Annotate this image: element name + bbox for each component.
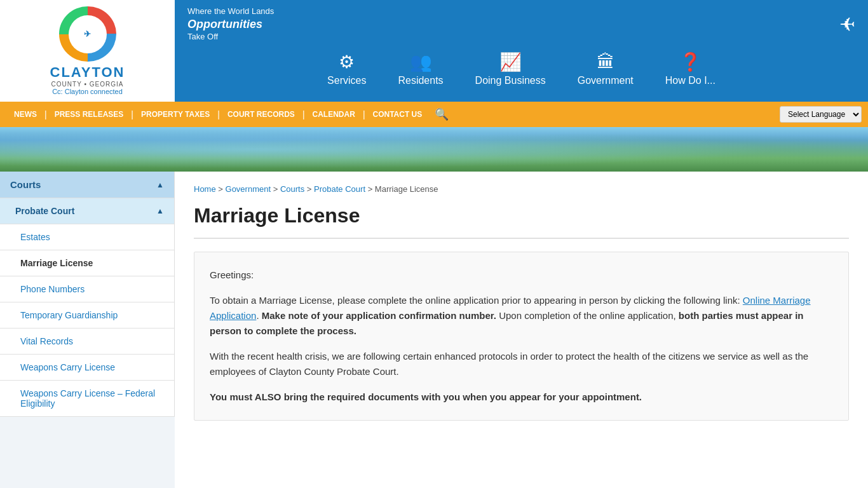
- para-2: With the recent health crisis, we are fo…: [210, 349, 833, 379]
- breadcrumb-probate[interactable]: Probate Court: [314, 184, 365, 194]
- top-nav-bar: Where the World Lands Opportunities Take…: [175, 0, 868, 43]
- services-label: Services: [327, 75, 366, 86]
- breadcrumb-courts[interactable]: Courts: [280, 184, 304, 194]
- para1-bold1: Make note of your application confirmati…: [262, 310, 496, 321]
- sidebar: Courts ▲ Probate Court ▲ Estates Marriag…: [0, 172, 175, 488]
- sidebar-estates-label: Estates: [20, 232, 50, 242]
- sidebar-item-probate-court[interactable]: Probate Court ▲: [0, 198, 174, 224]
- nav-area: Where the World Lands Opportunities Take…: [175, 0, 868, 102]
- residents-icon: 👥: [410, 51, 432, 72]
- para-3: You must ALSO bring the required documen…: [210, 390, 833, 405]
- breadcrumb-sep-3: >: [307, 184, 314, 194]
- tagline-line1: Where the World Lands: [187, 6, 274, 16]
- search-icon[interactable]: 🔍: [435, 107, 449, 121]
- how-do-i-icon: ❓: [679, 51, 702, 72]
- sidebar-item-marriage-license[interactable]: Marriage License: [0, 250, 174, 276]
- sec-nav-calendar[interactable]: CALENDAR: [305, 110, 363, 119]
- nav-services[interactable]: ⚙ Services: [327, 51, 366, 86]
- sidebar-weapons-label: Weapons Carry License: [20, 362, 115, 372]
- nav-residents[interactable]: 👥 Residents: [398, 51, 443, 86]
- breadcrumb-home[interactable]: Home: [194, 184, 216, 194]
- page-title: Marriage License: [194, 204, 849, 239]
- site-header: ✈ CLAYTON COUNTY • GEORGIA Cc: Clayton c…: [0, 0, 868, 102]
- header-tagline: Where the World Lands Opportunities Take…: [187, 6, 274, 43]
- courts-arrow: ▲: [156, 180, 164, 189]
- sidebar-marriage-label: Marriage License: [20, 258, 93, 268]
- breadcrumb: Home > Government > Courts > Probate Cou…: [194, 184, 849, 194]
- sidebar-item-vital-records[interactable]: Vital Records: [0, 329, 174, 355]
- state-name: COUNTY • GEORGIA: [50, 81, 125, 88]
- doing-business-icon: 📈: [499, 51, 522, 72]
- sidebar-item-courts[interactable]: Courts ▲: [0, 172, 174, 198]
- secondary-nav: NEWS | PRESS RELEASES | PROPERTY TAXES |…: [0, 102, 868, 127]
- sidebar-item-estates[interactable]: Estates: [0, 224, 174, 250]
- sidebar-probate-label: Probate Court: [15, 206, 74, 216]
- government-label: Government: [578, 75, 634, 86]
- para3-bold: You must ALSO bring the required documen…: [210, 391, 642, 402]
- breadcrumb-current: Marriage License: [375, 184, 438, 194]
- probate-arrow: ▲: [156, 207, 164, 215]
- para-1: To obtain a Marriage License, please com…: [210, 293, 833, 339]
- sidebar-item-weapons-federal[interactable]: Weapons Carry License – Federal Eligibil…: [0, 381, 174, 417]
- plane-icon: ✈: [839, 13, 855, 36]
- breadcrumb-sep-4: >: [368, 184, 375, 194]
- residents-label: Residents: [398, 75, 443, 86]
- greeting-text: Greetings:: [210, 268, 833, 283]
- hero-image: [0, 127, 868, 172]
- sec-nav-property-taxes[interactable]: PROPERTY TAXES: [133, 110, 217, 119]
- content-wrapper: Courts ▲ Probate Court ▲ Estates Marriag…: [0, 172, 868, 488]
- main-content: Home > Government > Courts > Probate Cou…: [175, 172, 868, 488]
- para1-mid: Upon completion of the online applicatio…: [499, 310, 679, 321]
- sec-nav-links: NEWS | PRESS RELEASES | PROPERTY TAXES |…: [6, 107, 780, 121]
- main-nav: ⚙ Services 👥 Residents 📈 Doing Business …: [175, 43, 868, 102]
- sidebar-phone-label: Phone Numbers: [20, 284, 85, 294]
- logo-text: CLAYTON COUNTY • GEORGIA Cc: Clayton con…: [50, 64, 125, 95]
- logo-graphic: ✈: [59, 6, 116, 62]
- nav-doing-business[interactable]: 📈 Doing Business: [475, 51, 546, 86]
- sidebar-item-temp-guardianship[interactable]: Temporary Guardianship: [0, 302, 174, 329]
- sec-nav-court-records[interactable]: COURT RECORDS: [220, 110, 302, 119]
- sec-nav-contact-us[interactable]: CONTACT US: [365, 110, 430, 119]
- sidebar-vital-label: Vital Records: [20, 336, 73, 346]
- nav-how-do-i[interactable]: ❓ How Do I...: [665, 51, 715, 86]
- sidebar-courts-label: Courts: [10, 179, 41, 190]
- tagline-line3: Take Off: [187, 32, 218, 41]
- sec-nav-news[interactable]: NEWS: [6, 110, 44, 119]
- tagline-line2: Opportunities: [187, 18, 262, 30]
- sidebar-nav: Courts ▲ Probate Court ▲ Estates Marriag…: [0, 172, 175, 417]
- logo-inner: ✈: [69, 15, 107, 53]
- government-icon: 🏛: [597, 51, 614, 72]
- sidebar-weapons-federal-label: Weapons Carry License – Federal Eligibil…: [20, 388, 164, 409]
- services-icon: ⚙: [339, 51, 355, 72]
- county-name: CLAYTON: [50, 64, 125, 81]
- language-dropdown[interactable]: Select Language English Spanish French G…: [780, 106, 862, 123]
- sec-nav-press-releases[interactable]: PRESS RELEASES: [47, 110, 132, 119]
- breadcrumb-sep-2: >: [273, 184, 280, 194]
- breadcrumb-sep-1: >: [218, 184, 225, 194]
- language-selector[interactable]: Select Language English Spanish French G…: [780, 106, 862, 123]
- sidebar-item-phone-numbers[interactable]: Phone Numbers: [0, 276, 174, 302]
- breadcrumb-government[interactable]: Government: [226, 184, 271, 194]
- doing-business-label: Doing Business: [475, 75, 546, 86]
- cc-tagline: Cc: Clayton connected: [50, 88, 125, 95]
- content-box: Greetings: To obtain a Marriage License,…: [194, 252, 849, 421]
- logo-area: ✈ CLAYTON COUNTY • GEORGIA Cc: Clayton c…: [0, 0, 175, 102]
- how-do-i-label: How Do I...: [665, 75, 715, 86]
- nav-government[interactable]: 🏛 Government: [578, 51, 634, 86]
- sidebar-temp-label: Temporary Guardianship: [20, 310, 118, 320]
- para1-pre: To obtain a Marriage License, please com…: [210, 295, 743, 306]
- sidebar-item-weapons-carry[interactable]: Weapons Carry License: [0, 355, 174, 381]
